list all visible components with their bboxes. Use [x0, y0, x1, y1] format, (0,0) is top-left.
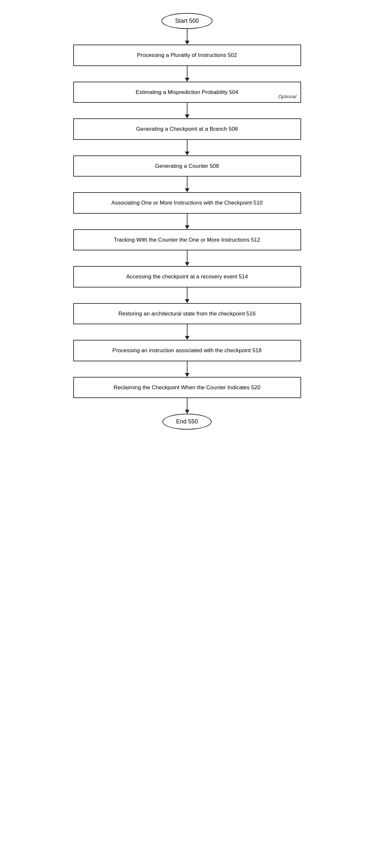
arrow-line: [187, 29, 188, 41]
step-516: Restoring an architectural state from th…: [73, 303, 301, 324]
arrow-5: [185, 214, 190, 229]
step-510: Associating One or More Instructions wit…: [73, 192, 301, 214]
start-label: Start 500: [175, 18, 199, 24]
step-512: Tracking With the Counter the One or Mor…: [73, 229, 301, 251]
arrow-4: [185, 177, 190, 192]
arrow-9: [185, 361, 190, 377]
step-520: Reclaiming the Checkpoint When the Count…: [73, 377, 301, 398]
step-514: Accessing the checkpoint at a recovery e…: [73, 266, 301, 287]
optional-label: Optional: [278, 93, 296, 100]
arrow-2: [185, 103, 190, 118]
step-518: Processing an instruction associated wit…: [73, 340, 301, 361]
step-508: Generating a Counter 508: [73, 155, 301, 177]
step-506: Generating a Checkpoint at a Branch 506: [73, 118, 301, 140]
step-504: Estimating a Misprediction Probability 5…: [73, 82, 301, 103]
end-oval: End 550: [163, 414, 211, 430]
arrow-0: [185, 29, 190, 44]
start-oval: Start 500: [162, 13, 212, 29]
arrow-6: [185, 250, 190, 266]
arrow-1: [185, 66, 190, 82]
arrow-10: [185, 398, 190, 414]
end-label: End 550: [176, 418, 198, 425]
step-502: Processing a Plurality of Instructions 5…: [73, 44, 301, 66]
arrow-7: [185, 287, 190, 303]
arrow-head: [185, 41, 190, 44]
arrow-3: [185, 140, 190, 155]
flowchart: Start 500 Processing a Plurality of Inst…: [73, 13, 301, 855]
arrow-8: [185, 324, 190, 340]
